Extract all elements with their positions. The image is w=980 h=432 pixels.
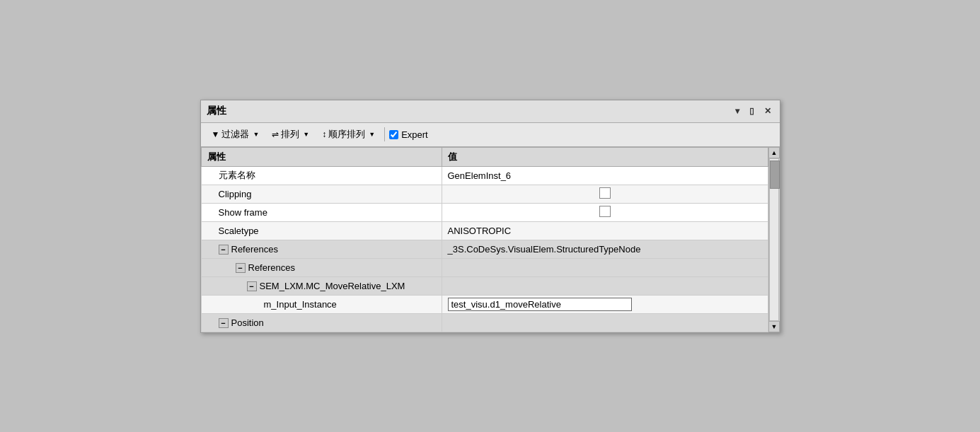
window-title: 属性 (207, 105, 226, 117)
property-label-clipping: Clipping (201, 185, 442, 203)
table-wrapper: 属性 值 元素名称 GenElemInst_6 Clipping (201, 147, 780, 332)
property-label-position: −Position (201, 313, 442, 332)
expert-checkbox-input[interactable] (389, 130, 398, 139)
title-bar-controls: ▾ ▯ ✕ (732, 105, 774, 117)
property-value-references-group: _3S.CoDeSys.VisualElem.StructuredTypeNod… (442, 240, 768, 258)
m-input-instance-input[interactable] (448, 298, 632, 311)
table-row: Scaletype ANISOTROPIC (201, 221, 768, 240)
property-label-references-sub: −References (201, 258, 442, 276)
property-value-element-name: GenElemInst_6 (442, 166, 768, 185)
property-label-references-group: −References (201, 240, 442, 258)
sort-label: 排列 (281, 128, 299, 141)
scrollbar-down-arrow[interactable]: ▼ (768, 321, 780, 332)
references-group-collapse-btn[interactable]: − (219, 245, 229, 255)
close-button[interactable]: ✕ (761, 105, 774, 117)
table-row-position-group: −Position (201, 313, 768, 332)
order-sort-label: 顺序排列 (328, 128, 365, 141)
table-row-references-sub: −References (201, 258, 768, 276)
scrollbar-track[interactable] (769, 158, 779, 321)
order-sort-icon: ↕ (322, 129, 326, 139)
expert-checkbox-label[interactable]: Expert (389, 129, 428, 140)
table-row: 元素名称 GenElemInst_6 (201, 166, 768, 185)
properties-window: 属性 ▾ ▯ ✕ ▼ 过滤器 ▼ ⇌ 排列 ▼ ↕ 顺序排列 ▼ Expert (200, 100, 780, 333)
table-header-row: 属性 值 (201, 147, 768, 166)
dock-button[interactable]: ▯ (746, 105, 757, 117)
filter-dropdown-arrow: ▼ (253, 131, 259, 138)
property-value-clipping[interactable] (442, 185, 768, 203)
property-value-show-frame[interactable] (442, 203, 768, 221)
property-value-position (442, 313, 768, 332)
table-row: Show frame (201, 203, 768, 221)
sort-icon: ⇌ (272, 129, 279, 139)
property-label-m-input-instance: m_Input_Instance (201, 295, 442, 313)
title-bar: 属性 ▾ ▯ ✕ (201, 100, 780, 123)
property-label-scaletype: Scaletype (201, 221, 442, 240)
property-value-m-input-instance[interactable] (442, 295, 768, 313)
toolbar: ▼ 过滤器 ▼ ⇌ 排列 ▼ ↕ 顺序排列 ▼ Expert (201, 123, 780, 147)
property-value-sem-lxm (442, 276, 768, 295)
table-row-references-group: −References _3S.CoDeSys.VisualElem.Struc… (201, 240, 768, 258)
property-label-show-frame: Show frame (201, 203, 442, 221)
order-sort-button[interactable]: ↕ 顺序排列 ▼ (317, 126, 380, 143)
pin-button[interactable]: ▾ (732, 105, 742, 117)
sort-dropdown-arrow: ▼ (303, 131, 309, 138)
property-value-references-sub (442, 258, 768, 276)
toolbar-separator (384, 127, 385, 141)
scrollbar-up-arrow[interactable]: ▲ (768, 147, 780, 158)
filter-label: 过滤器 (221, 128, 249, 141)
scrollbar: ▲ ▼ (768, 147, 780, 332)
sort-button[interactable]: ⇌ 排列 ▼ (267, 126, 314, 143)
table-row: Clipping (201, 185, 768, 203)
property-label-element-name: 元素名称 (201, 166, 442, 185)
clipping-checkbox[interactable] (599, 187, 611, 199)
filter-button[interactable]: ▼ 过滤器 ▼ (207, 126, 265, 143)
sem-lxm-collapse-btn[interactable]: − (247, 281, 257, 291)
table-row-sem-lxm: −SEM_LXM.MC_MoveRelative_LXM (201, 276, 768, 295)
references-sub-collapse-btn[interactable]: − (236, 263, 246, 273)
order-sort-dropdown-arrow: ▼ (369, 131, 375, 138)
property-label-sem-lxm: −SEM_LXM.MC_MoveRelative_LXM (201, 276, 442, 295)
position-collapse-btn[interactable]: − (219, 318, 229, 328)
col-value-header: 值 (442, 147, 768, 166)
col-property-header: 属性 (201, 147, 442, 166)
filter-icon: ▼ (212, 129, 220, 139)
table-row-m-input-instance: m_Input_Instance (201, 295, 768, 313)
expert-label: Expert (401, 129, 428, 140)
scrollbar-thumb[interactable] (770, 160, 780, 189)
show-frame-checkbox[interactable] (599, 206, 611, 217)
property-table: 属性 值 元素名称 GenElemInst_6 Clipping (201, 147, 768, 332)
property-value-scaletype: ANISOTROPIC (442, 221, 768, 240)
